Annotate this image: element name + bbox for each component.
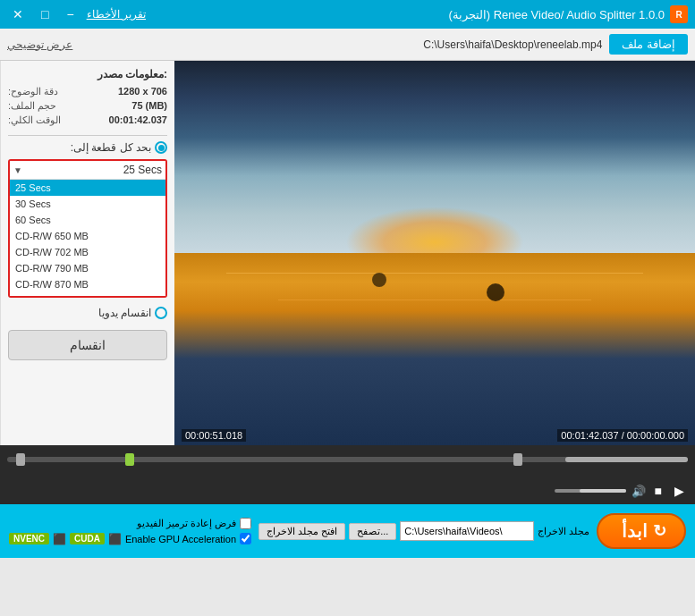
divider <box>8 135 167 136</box>
volume-icon: 🔊 <box>631 485 646 498</box>
gpu-icon: ⬛ <box>108 533 122 545</box>
gpu-accel-label: Enable GPU Acceleration <box>125 534 236 544</box>
reflection-2 <box>278 300 590 300</box>
app-title: Renee Video/ Audio Splitter 1.0.0 (التجر… <box>448 8 665 21</box>
dropdown-list[interactable]: 25 Secs30 Secs60 SecsCD-R/W 650 MBCD-R/W… <box>10 180 165 296</box>
dropdown-item[interactable]: 30 Secs <box>10 196 165 212</box>
video-area: 00:00:51.018 00:00:00.000 / 00:01:42.037 <box>174 61 695 445</box>
timestamp-right: 00:00:00.000 / 00:01:42.037 <box>557 429 688 442</box>
output-path-input[interactable] <box>400 521 534 541</box>
split-button[interactable]: انقسام <box>8 330 167 360</box>
progress-handle-left[interactable] <box>16 453 25 466</box>
video-thumbnail <box>174 61 695 445</box>
volume-slider[interactable] <box>555 489 626 493</box>
info-title: :معلومات مصدر <box>8 68 167 80</box>
size-row: 75 (MB) حجم الملف: <box>8 100 167 112</box>
play-button[interactable]: ▶ <box>671 482 688 500</box>
water-layer <box>174 253 695 445</box>
auto-split-label: بحد كل قطعة إلى: <box>71 141 151 154</box>
info-section: :معلومات مصدر 1280 x 706 دقة الوضوح: 75 … <box>8 68 167 126</box>
force-encode-checkbox[interactable] <box>240 518 251 529</box>
add-file-button[interactable]: إضافة ملف <box>609 34 688 55</box>
open-folder-button[interactable]: افتح مجلد الاخراج <box>259 523 345 540</box>
dropdown-item[interactable]: CD-R/W 870 MB <box>10 276 165 292</box>
dropdown-selected-value: 25 Secs <box>123 164 162 176</box>
timestamp-left: 00:00:51.018 <box>182 429 246 442</box>
volume-fill <box>580 489 626 493</box>
manual-split-radio[interactable] <box>155 307 167 319</box>
dropdown-arrow-icon: ▼ <box>13 165 22 175</box>
dropdown-item[interactable]: CD-R/W 702 MB <box>10 244 165 260</box>
gpu-accel-checkbox[interactable] <box>240 533 251 544</box>
manual-split-option: انقسام يدويا <box>8 307 167 319</box>
reflection-1 <box>226 273 643 274</box>
right-panel: :معلومات مصدر 1280 x 706 دقة الوضوح: 75 … <box>0 61 174 445</box>
nvenc-icon: ⬛ <box>53 533 66 545</box>
progress-fill <box>565 457 688 462</box>
titlebar-controls: تقرير الأخطاء − □ ✕ <box>7 5 146 23</box>
titlebar-left: R Renee Video/ Audio Splitter 1.0.0 (الت… <box>448 5 688 23</box>
checkbox-row-1: فرض إعادة ترميز الفيديو <box>9 518 251 529</box>
start-refresh-icon: ↻ <box>653 521 666 541</box>
resolution-row: 1280 x 706 دقة الوضوح: <box>8 86 167 97</box>
manual-split-label: انقسام يدويا <box>98 307 151 319</box>
size-label: حجم الملف: <box>8 100 56 112</box>
file-path: C:\Users\haifa\Desktop\reneelab.mp4 <box>423 38 602 51</box>
titlebar: R Renee Video/ Audio Splitter 1.0.0 (الت… <box>0 0 695 29</box>
auto-split-radio[interactable] <box>155 141 167 154</box>
duration-label: الوقت الكلي: <box>8 114 61 126</box>
size-value: 75 (MB) <box>131 100 167 112</box>
report-link[interactable]: تقرير الأخطاء <box>87 8 146 21</box>
dropdown-item[interactable]: CD-R/W 790 MB <box>10 260 165 276</box>
stop-button[interactable]: ■ <box>651 482 665 500</box>
timeline-area <box>0 445 695 477</box>
resolution-label: دقة الوضوح: <box>8 86 58 97</box>
progress-bar[interactable] <box>7 457 688 462</box>
controls-area: ▶ ■ 🔊 <box>0 477 695 504</box>
bottom-bar: ↻ ابدأ مجلد الاخراج ...تصفح افتح مجلد ال… <box>0 504 695 558</box>
split-dropdown-container: 25 Secs ▼ 25 Secs30 Secs60 SecsCD-R/W 65… <box>8 159 167 298</box>
dropdown-header[interactable]: 25 Secs ▼ <box>10 161 165 180</box>
force-encode-label: فرض إعادة ترميز الفيديو <box>137 518 236 529</box>
dropdown-item[interactable]: DVD±/R/W 4.7 GB <box>10 292 165 296</box>
output-folder-label: مجلد الاخراج <box>538 526 589 537</box>
duration-row: 00:01:42.037 الوقت الكلي: <box>8 114 167 126</box>
progress-handle-center[interactable] <box>125 453 134 466</box>
dropdown-item[interactable]: 25 Secs <box>10 180 165 196</box>
toolbar: إضافة ملف C:\Users\haifa\Desktop\reneela… <box>0 29 695 61</box>
main-content: 00:00:51.018 00:00:00.000 / 00:01:42.037… <box>0 61 695 445</box>
auto-split-option: بحد كل قطعة إلى: <box>8 141 167 154</box>
cuda-badge: CUDA <box>70 533 105 544</box>
start-label: ابدأ <box>622 520 648 542</box>
dropdown-item[interactable]: 60 Secs <box>10 212 165 228</box>
checkbox-row-2: Enable GPU Acceleration ⬛ CUDA ⬛ NVENC <box>9 533 251 545</box>
browse-button[interactable]: ...تصفح <box>349 523 396 540</box>
start-button[interactable]: ↻ ابدأ <box>597 513 686 549</box>
bottom-options: فرض إعادة ترميز الفيديو Enable GPU Accel… <box>9 518 251 545</box>
maximize-button[interactable]: □ <box>36 5 54 23</box>
nvenc-badge: NVENC <box>9 533 49 544</box>
resolution-value: 1280 x 706 <box>118 86 167 97</box>
minimize-button[interactable]: − <box>61 5 79 23</box>
kite-figure-2 <box>372 273 386 287</box>
output-row: مجلد الاخراج ...تصفح افتح مجلد الاخراج <box>259 521 589 541</box>
progress-handle-right[interactable] <box>513 453 522 466</box>
duration-value: 00:01:42.037 <box>109 114 167 126</box>
app-icon: R <box>670 5 688 23</box>
dropdown-item[interactable]: CD-R/W 650 MB <box>10 228 165 244</box>
demo-link[interactable]: عرض توضيحي <box>7 38 72 51</box>
close-button[interactable]: ✕ <box>7 5 29 23</box>
